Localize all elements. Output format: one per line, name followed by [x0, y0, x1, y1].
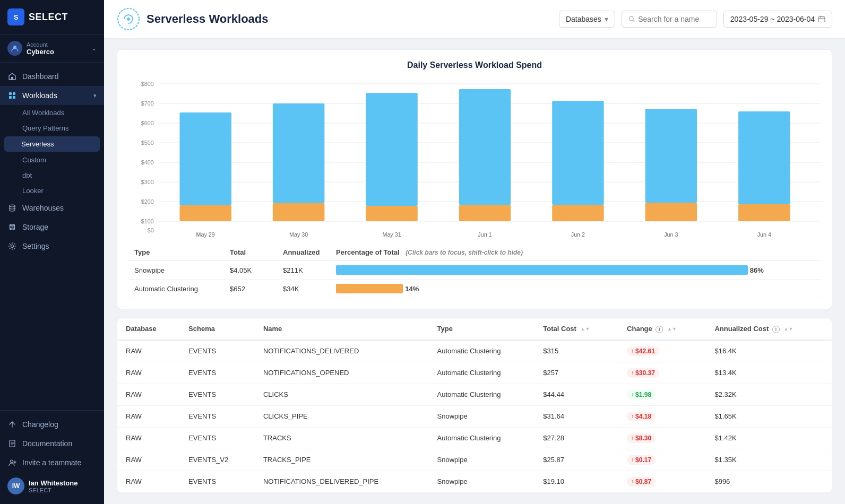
cell-total-cost: $19.10 [534, 471, 618, 492]
table-row: RAW EVENTS NOTIFICATIONS_OPENED Automati… [117, 362, 832, 384]
gear-icon [7, 241, 17, 251]
bar-snowpipe-jun4[interactable] [738, 111, 790, 204]
cell-type: Automatic Clustering [429, 340, 535, 362]
sidebar: S SELECT Account Cyberco ⌄ Dashboard [0, 0, 104, 504]
cell-annualized: $996 [706, 471, 832, 492]
sidebar-item-label: Warehouses [22, 204, 97, 212]
cell-change: ↑$0.61 [618, 492, 706, 493]
content-area: Daily Serverless Workload Spend $800 $7 [104, 39, 845, 504]
info-icon[interactable]: i [656, 326, 663, 333]
legend-col-type: Type [134, 248, 230, 256]
table-row: RAW EVENTS TRACKS Automatic Clustering $… [117, 427, 832, 449]
legend-total: $652 [230, 285, 283, 293]
cell-schema: EVENTS [180, 405, 255, 427]
clustering-pct: 14 [405, 285, 412, 293]
table-row: RAW EVENTS_V2 TRACKS_PIPE Snowpipe $25.8… [117, 449, 832, 471]
search-box[interactable] [622, 11, 717, 28]
col-database[interactable]: Database [117, 318, 180, 340]
table-header-row: Database Schema Name Type Total Cost [117, 318, 832, 340]
serverless-icon [117, 7, 140, 31]
col-annualized[interactable]: Annualized Cost i ▲▼ [706, 318, 832, 340]
main-content: Serverless Workloads Databases ▾ 2023-05… [104, 0, 845, 504]
databases-dropdown[interactable]: Databases ▾ [559, 11, 615, 28]
bar-clustering-may31[interactable] [366, 206, 417, 221]
cell-annualized: $1.42K [706, 427, 832, 449]
bar-clustering-may29[interactable] [179, 205, 231, 221]
cell-type: Snowpipe [429, 492, 535, 493]
cell-database: RAW [117, 427, 180, 449]
col-type[interactable]: Type [429, 318, 535, 340]
bar-snowpipe-jun2[interactable] [552, 101, 603, 205]
legend-col-pct: Percentage of Total (Click bars to focus… [336, 248, 815, 256]
sort-icon: ▲▼ [784, 327, 794, 332]
sidebar-item-looker[interactable]: Looker [0, 183, 104, 198]
sidebar-item-dashboard[interactable]: Dashboard [0, 67, 104, 86]
bar-snowpipe-jun1[interactable] [459, 89, 511, 205]
info-icon[interactable]: i [772, 326, 780, 333]
sidebar-item-warehouses[interactable]: Warehouses [0, 198, 104, 218]
sidebar-item-dbt[interactable]: dbt [0, 168, 104, 183]
clustering-bar[interactable] [336, 284, 403, 293]
subnav-label: Query Patterns [22, 124, 68, 132]
svg-point-6 [10, 205, 15, 207]
chevron-down-icon: ⌄ [91, 45, 97, 52]
cell-total-cost: $27.28 [534, 427, 618, 449]
bar-chart[interactable]: $800 $700 $600 $500 $400 $300 $200 $100 … [128, 79, 821, 238]
user-org: SELECT [29, 487, 77, 493]
col-total-cost[interactable]: Total Cost ▲▼ [534, 318, 618, 340]
header-controls: Databases ▾ 2023-05-29 ~ 2023-06-04 [559, 11, 832, 28]
sidebar-item-query-patterns[interactable]: Query Patterns [0, 120, 104, 136]
book-icon [7, 439, 17, 448]
legend-hint: (Click bars to focus, shift-click to hid… [406, 249, 523, 256]
sidebar-item-workloads[interactable]: Workloads ▾ [0, 86, 104, 105]
legend-row-snowpipe: Snowpipe $4.05K $211K 86% [128, 261, 821, 280]
sidebar-item-documentation[interactable]: Documentation [0, 434, 104, 453]
logo-icon: S [7, 8, 24, 25]
date-range-value: 2023-05-29 ~ 2023-06-04 [730, 15, 815, 23]
bar-snowpipe-may30[interactable] [273, 103, 324, 203]
cell-database: RAW [117, 384, 180, 405]
sidebar-item-custom[interactable]: Custom [0, 152, 104, 168]
bar-clustering-jun1[interactable] [459, 205, 511, 221]
bar-snowpipe-jun3[interactable] [645, 109, 697, 203]
chart-legend: Type Total Annualized Percentage of Tota… [128, 244, 821, 298]
sidebar-item-changelog[interactable]: Changelog [0, 415, 104, 434]
col-schema[interactable]: Schema [180, 318, 255, 340]
cell-schema: EVENTS [180, 340, 255, 362]
sidebar-item-storage[interactable]: Storage [0, 218, 104, 237]
cell-type: Snowpipe [429, 471, 535, 492]
svg-text:May 31: May 31 [382, 231, 401, 238]
table-body: RAW EVENTS NOTIFICATIONS_DELIVERED Autom… [117, 340, 832, 494]
cell-annualized: $1.65K [706, 405, 832, 427]
cell-database: RAW [117, 405, 180, 427]
sidebar-item-invite[interactable]: Invite a teammate [0, 453, 104, 472]
page-title-area: Serverless Workloads [117, 7, 269, 31]
user-name: Ian Whitestone [29, 479, 77, 487]
bar-clustering-jun2[interactable] [552, 205, 603, 221]
bar-clustering-may30[interactable] [273, 203, 324, 221]
account-label: Account [27, 41, 54, 48]
chart-card: Daily Serverless Workload Spend $800 $7 [117, 49, 832, 309]
sidebar-item-settings[interactable]: Settings [0, 237, 104, 256]
cell-change: ↓$1.98 [618, 384, 706, 405]
sort-icon: ▲▼ [581, 327, 590, 332]
bar-clustering-jun3[interactable] [645, 203, 697, 221]
date-range-picker[interactable]: 2023-05-29 ~ 2023-06-04 [723, 11, 832, 28]
sidebar-item-label: Invite a teammate [22, 458, 97, 467]
legend-annualized: $34K [283, 285, 336, 293]
cell-name: NOTIFICATIONS_DELIVERED_PIPE [255, 471, 429, 492]
table-card: Database Schema Name Type Total Cost [117, 318, 832, 493]
account-switcher[interactable]: Account Cyberco ⌄ [0, 34, 104, 63]
bar-snowpipe-may29[interactable] [179, 112, 231, 205]
search-input[interactable] [638, 15, 710, 23]
snowpipe-bar[interactable] [336, 265, 748, 275]
bar-clustering-jun4[interactable] [738, 204, 790, 221]
cell-database: RAW [117, 471, 180, 492]
col-name[interactable]: Name [255, 318, 429, 340]
bar-snowpipe-may31[interactable] [366, 93, 417, 206]
sidebar-item-all-workloads[interactable]: All Workloads [0, 105, 104, 120]
sidebar-item-serverless[interactable]: Serverless [4, 136, 100, 152]
cell-database: RAW [117, 492, 180, 493]
cell-change: ↑$4.18 [618, 405, 706, 427]
col-change[interactable]: Change i ▲▼ [618, 318, 706, 340]
